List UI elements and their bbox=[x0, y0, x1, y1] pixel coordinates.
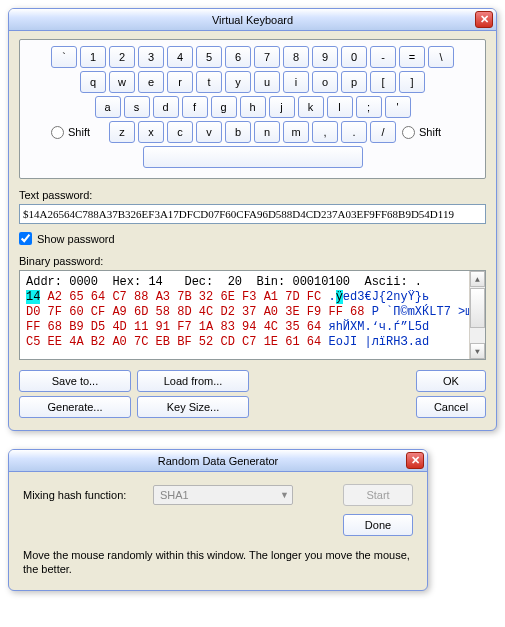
key-b[interactable]: b bbox=[225, 121, 251, 143]
mixing-hash-select[interactable]: SHA1 ▼ bbox=[153, 485, 293, 505]
key-=[interactable]: = bbox=[399, 46, 425, 68]
spacebar-key[interactable] bbox=[143, 146, 363, 168]
key-][interactable]: ] bbox=[399, 71, 425, 93]
generator-hint: Move the mouse randomly within this wind… bbox=[23, 548, 413, 576]
cancel-button[interactable]: Cancel bbox=[416, 396, 486, 418]
scroll-down-icon[interactable]: ▼ bbox=[470, 343, 485, 359]
close-icon[interactable]: ✕ bbox=[475, 11, 493, 28]
key-v[interactable]: v bbox=[196, 121, 222, 143]
key-2[interactable]: 2 bbox=[109, 46, 135, 68]
key-3[interactable]: 3 bbox=[138, 46, 164, 68]
scroll-up-icon[interactable]: ▲ bbox=[470, 271, 485, 287]
hex-viewer: Addr: 0000 Hex: 14 Dec: 20 Bin: 00010100… bbox=[19, 270, 486, 360]
textpw-label: Text password: bbox=[19, 189, 486, 201]
shift-left-radio[interactable]: Shift bbox=[51, 126, 103, 139]
key-x[interactable]: x bbox=[138, 121, 164, 143]
text-password-input[interactable] bbox=[19, 204, 486, 224]
key-g[interactable]: g bbox=[211, 96, 237, 118]
keyboard-frame: `1234567890-=\ qwertyuiop[] asdfghjkl;' … bbox=[19, 39, 486, 179]
key-7[interactable]: 7 bbox=[254, 46, 280, 68]
key-a[interactable]: a bbox=[95, 96, 121, 118]
key-;[interactable]: ; bbox=[356, 96, 382, 118]
key-n[interactable]: n bbox=[254, 121, 280, 143]
key-4[interactable]: 4 bbox=[167, 46, 193, 68]
hex-row: C5 EE 4A B2 A0 7C EB BF 52 CD C7 1E 61 6… bbox=[26, 335, 479, 350]
close-icon[interactable]: ✕ bbox=[406, 452, 424, 469]
key-'[interactable]: ' bbox=[385, 96, 411, 118]
key-s[interactable]: s bbox=[124, 96, 150, 118]
gen-title: Random Data Generator bbox=[158, 455, 278, 467]
show-password-input[interactable] bbox=[19, 232, 32, 245]
done-button[interactable]: Done bbox=[343, 514, 413, 536]
shift-left-label: Shift bbox=[68, 126, 90, 138]
key-i[interactable]: i bbox=[283, 71, 309, 93]
mixing-hash-value: SHA1 bbox=[160, 489, 189, 501]
key-e[interactable]: e bbox=[138, 71, 164, 93]
key-z[interactable]: z bbox=[109, 121, 135, 143]
ok-button[interactable]: OK bbox=[416, 370, 486, 392]
key-9[interactable]: 9 bbox=[312, 46, 338, 68]
key-y[interactable]: y bbox=[225, 71, 251, 93]
key-1[interactable]: 1 bbox=[80, 46, 106, 68]
key-j[interactable]: j bbox=[269, 96, 295, 118]
key-k[interactable]: k bbox=[298, 96, 324, 118]
key-o[interactable]: o bbox=[312, 71, 338, 93]
key-h[interactable]: h bbox=[240, 96, 266, 118]
key-m[interactable]: m bbox=[283, 121, 309, 143]
hex-row: 14 A2 65 64 C7 88 A3 7B 32 6E F3 A1 7D F… bbox=[26, 290, 479, 305]
shift-left-input[interactable] bbox=[51, 126, 64, 139]
scroll-thumb[interactable] bbox=[470, 288, 485, 328]
key-c[interactable]: c bbox=[167, 121, 193, 143]
shift-right-radio[interactable]: Shift bbox=[402, 126, 454, 139]
hex-row: FF 68 B9 D5 4D 11 91 F7 1A 83 94 4C 35 6… bbox=[26, 320, 479, 335]
key-6[interactable]: 6 bbox=[225, 46, 251, 68]
shift-right-input[interactable] bbox=[402, 126, 415, 139]
key-q[interactable]: q bbox=[80, 71, 106, 93]
shift-right-label: Shift bbox=[419, 126, 441, 138]
start-button: Start bbox=[343, 484, 413, 506]
virtual-keyboard-dialog: Virtual Keyboard ✕ `1234567890-=\ qwerty… bbox=[8, 8, 497, 431]
key-.[interactable]: . bbox=[341, 121, 367, 143]
show-password-checkbox[interactable]: Show password bbox=[19, 232, 486, 245]
key--[interactable]: - bbox=[370, 46, 396, 68]
key-l[interactable]: l bbox=[327, 96, 353, 118]
key-\[interactable]: \ bbox=[428, 46, 454, 68]
show-password-label: Show password bbox=[37, 233, 115, 245]
random-data-generator-dialog: Random Data Generator ✕ Mixing hash func… bbox=[8, 449, 428, 591]
key-r[interactable]: r bbox=[167, 71, 193, 93]
hex-scrollbar[interactable]: ▲ ▼ bbox=[469, 271, 485, 359]
hex-header: Addr: 0000 Hex: 14 Dec: 20 Bin: 00010100… bbox=[26, 275, 479, 290]
key-p[interactable]: p bbox=[341, 71, 367, 93]
key-size-button[interactable]: Key Size... bbox=[137, 396, 249, 418]
key-u[interactable]: u bbox=[254, 71, 280, 93]
mixing-hash-label: Mixing hash function: bbox=[23, 489, 143, 501]
key-/[interactable]: / bbox=[370, 121, 396, 143]
binpw-label: Binary password: bbox=[19, 255, 486, 267]
key-`[interactable]: ` bbox=[51, 46, 77, 68]
gen-titlebar: Random Data Generator ✕ bbox=[9, 450, 427, 472]
key-,[interactable]: , bbox=[312, 121, 338, 143]
key-5[interactable]: 5 bbox=[196, 46, 222, 68]
key-f[interactable]: f bbox=[182, 96, 208, 118]
chevron-down-icon: ▼ bbox=[280, 490, 289, 500]
save-to-button[interactable]: Save to... bbox=[19, 370, 131, 392]
key-t[interactable]: t bbox=[196, 71, 222, 93]
generate-button[interactable]: Generate... bbox=[19, 396, 131, 418]
key-0[interactable]: 0 bbox=[341, 46, 367, 68]
hex-row: D0 7F 60 CF A9 6D 58 8D 4C D2 37 A0 3E F… bbox=[26, 305, 479, 320]
vk-title: Virtual Keyboard bbox=[212, 14, 293, 26]
key-8[interactable]: 8 bbox=[283, 46, 309, 68]
key-[[interactable]: [ bbox=[370, 71, 396, 93]
vk-titlebar: Virtual Keyboard ✕ bbox=[9, 9, 496, 31]
key-w[interactable]: w bbox=[109, 71, 135, 93]
load-from-button[interactable]: Load from... bbox=[137, 370, 249, 392]
key-d[interactable]: d bbox=[153, 96, 179, 118]
